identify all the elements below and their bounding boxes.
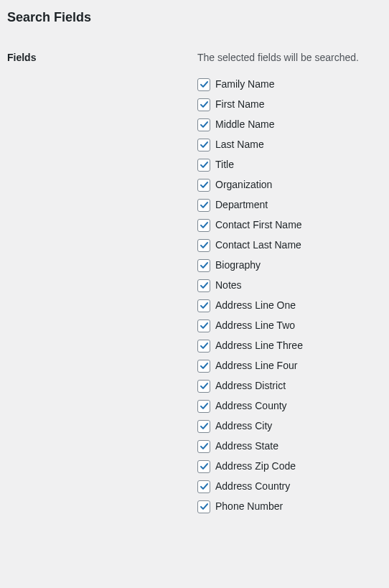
field-label: Department: [215, 199, 268, 211]
check-icon: [199, 200, 210, 210]
field-checkbox[interactable]: [197, 460, 210, 473]
field-item: Contact Last Name: [197, 239, 382, 252]
field-checkbox[interactable]: [197, 139, 210, 151]
check-icon: [199, 179, 210, 190]
field-checkbox[interactable]: [197, 279, 210, 292]
field-checkbox[interactable]: [197, 440, 210, 453]
check-icon: [199, 461, 210, 472]
field-checkbox[interactable]: [197, 219, 210, 232]
check-icon: [199, 401, 210, 411]
field-checkbox[interactable]: [197, 480, 210, 493]
field-checkbox[interactable]: [197, 400, 210, 413]
field-checkbox[interactable]: [197, 299, 210, 312]
field-checkbox[interactable]: [197, 118, 210, 131]
field-label: Address State: [215, 440, 278, 452]
field-checkbox[interactable]: [197, 340, 210, 353]
check-icon: [199, 240, 210, 251]
check-icon: [199, 119, 210, 130]
field-checkbox[interactable]: [197, 239, 210, 252]
check-icon: [199, 260, 210, 271]
field-label: Address Line One: [215, 299, 296, 312]
check-icon: [199, 381, 210, 391]
field-label: Address County: [215, 400, 287, 412]
field-checkbox[interactable]: [197, 360, 210, 373]
field-item: Address State: [197, 440, 382, 453]
check-icon: [199, 441, 210, 452]
check-icon: [199, 280, 210, 291]
field-checkbox[interactable]: [197, 199, 210, 212]
field-item: Contact First Name: [197, 219, 382, 232]
field-item: Address County: [197, 400, 382, 413]
check-icon: [199, 79, 210, 90]
field-label: Title: [215, 159, 234, 171]
field-checkbox[interactable]: [197, 500, 210, 513]
field-label: Address City: [215, 420, 272, 432]
field-checkbox[interactable]: [197, 259, 210, 272]
field-item: Address City: [197, 420, 382, 433]
field-item: Address Line Three: [197, 340, 382, 353]
check-icon: [199, 320, 210, 331]
field-label: Organization: [215, 179, 272, 191]
check-icon: [199, 139, 210, 150]
field-item: Notes: [197, 279, 382, 292]
field-item: First Name: [197, 98, 382, 111]
check-icon: [199, 159, 210, 170]
field-label: Phone Number: [215, 500, 283, 513]
check-icon: [199, 481, 210, 492]
field-item: Address Zip Code: [197, 460, 382, 473]
field-label: Last Name: [215, 139, 264, 151]
check-icon: [199, 501, 210, 512]
field-item: Family Name: [197, 78, 382, 91]
field-item: Address District: [197, 380, 382, 393]
field-item: Address Line Four: [197, 360, 382, 373]
check-icon: [199, 421, 210, 431]
field-label: First Name: [215, 98, 264, 111]
settings-content: The selected fields will be searched. Fa…: [197, 51, 382, 513]
check-icon: [199, 360, 210, 371]
field-item: Biography: [197, 259, 382, 272]
check-icon: [199, 340, 210, 351]
field-label: Notes: [215, 279, 242, 291]
field-list: Family NameFirst NameMiddle NameLast Nam…: [197, 78, 382, 513]
settings-row: Fields The selected fields will be searc…: [0, 31, 389, 513]
field-checkbox[interactable]: [197, 179, 210, 192]
field-label: Address District: [215, 380, 286, 392]
field-label: Address Line Three: [215, 340, 303, 352]
field-checkbox[interactable]: [197, 420, 210, 433]
field-label: Contact First Name: [215, 219, 302, 231]
field-checkbox[interactable]: [197, 380, 210, 393]
field-label: Family Name: [215, 78, 274, 90]
field-label: Contact Last Name: [215, 239, 301, 251]
field-item: Title: [197, 159, 382, 172]
field-item: Department: [197, 199, 382, 212]
field-label: Address Line Four: [215, 360, 297, 372]
check-icon: [199, 220, 210, 230]
field-label: Address Line Two: [215, 319, 295, 332]
field-checkbox[interactable]: [197, 98, 210, 111]
field-item: Address Country: [197, 480, 382, 493]
field-label: Middle Name: [215, 118, 274, 131]
field-item: Middle Name: [197, 118, 382, 131]
field-checkbox[interactable]: [197, 319, 210, 332]
fields-description: The selected fields will be searched.: [197, 51, 382, 65]
field-checkbox[interactable]: [197, 159, 210, 172]
field-item: Address Line Two: [197, 319, 382, 332]
field-item: Organization: [197, 179, 382, 192]
fields-side-label: Fields: [7, 51, 197, 65]
field-checkbox[interactable]: [197, 78, 210, 91]
field-label: Biography: [215, 259, 261, 271]
field-label: Address Zip Code: [215, 460, 296, 472]
check-icon: [199, 300, 210, 311]
field-item: Phone Number: [197, 500, 382, 513]
field-label: Address Country: [215, 480, 290, 493]
check-icon: [199, 99, 210, 110]
section-title: Search Fields: [0, 0, 389, 31]
field-item: Last Name: [197, 139, 382, 151]
field-item: Address Line One: [197, 299, 382, 312]
